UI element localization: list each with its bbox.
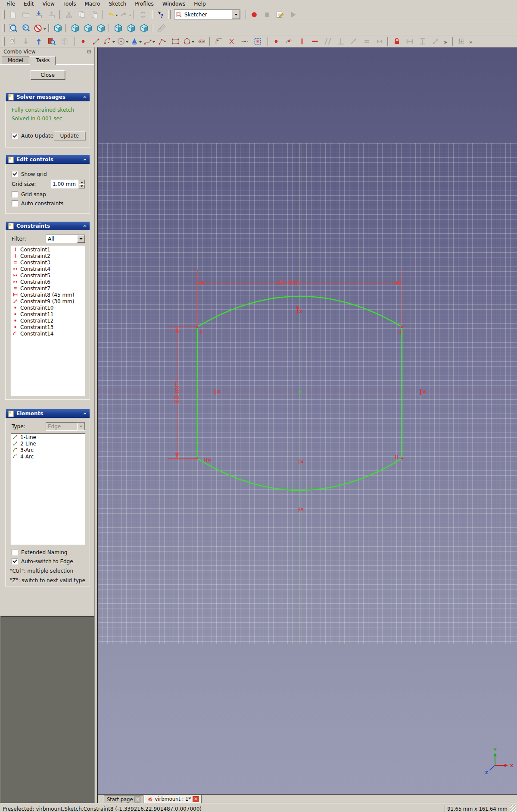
collapse-icon[interactable] bbox=[82, 157, 88, 163]
dropdown-arrow-icon[interactable] bbox=[232, 10, 240, 19]
origin-point[interactable] bbox=[299, 391, 301, 393]
document-tab-start-page[interactable]: Start page× bbox=[104, 795, 143, 803]
create-polygon-button[interactable] bbox=[182, 36, 195, 47]
constraint-item[interactable]: Constraint4 bbox=[11, 266, 85, 272]
map-sketch-button[interactable] bbox=[58, 36, 71, 47]
toolbar-handle[interactable] bbox=[451, 37, 453, 46]
toolbar-handle[interactable] bbox=[168, 10, 171, 19]
spin-down-button[interactable] bbox=[78, 184, 85, 188]
elements-header[interactable]: Elements bbox=[6, 409, 90, 418]
constraint-markers[interactable] bbox=[196, 306, 426, 512]
macro-edit-button[interactable] bbox=[274, 9, 287, 20]
constraint-item[interactable]: Constraint5 bbox=[11, 272, 85, 279]
new-file-button[interactable] bbox=[6, 9, 19, 20]
create-arc-button[interactable] bbox=[103, 36, 116, 47]
view-bottom-button[interactable] bbox=[125, 22, 137, 34]
redo-button[interactable] bbox=[119, 9, 132, 20]
float-panel-icon[interactable] bbox=[87, 49, 93, 54]
constrain-equal-button[interactable] bbox=[360, 36, 373, 47]
toolbar-handle[interactable] bbox=[244, 10, 246, 19]
zoom-fit-button[interactable] bbox=[6, 22, 19, 34]
update-button[interactable]: Update bbox=[54, 132, 85, 140]
constrain-parallel-button[interactable] bbox=[321, 36, 334, 47]
create-fillet-button[interactable] bbox=[212, 36, 225, 47]
constraint-item[interactable]: Constraint10 bbox=[11, 304, 85, 311]
constrain-coincident-button[interactable] bbox=[270, 36, 283, 47]
create-polyline-button[interactable] bbox=[156, 36, 169, 47]
toolbar-handle[interactable] bbox=[3, 10, 5, 19]
dim-label-30mm[interactable]: 30 mm bbox=[173, 381, 181, 404]
leave-sketch-button[interactable] bbox=[19, 36, 32, 47]
macro-stop-button[interactable] bbox=[261, 9, 274, 20]
constraints-header[interactable]: Constraints bbox=[6, 222, 90, 230]
menu-help[interactable]: Help bbox=[190, 0, 209, 7]
close-button[interactable]: Close bbox=[31, 70, 65, 80]
constraint-item[interactable]: Constraint8 (45 mm) bbox=[11, 292, 85, 298]
close-tab-icon[interactable]: × bbox=[193, 796, 199, 802]
toolbar-handle[interactable] bbox=[3, 24, 5, 32]
menu-file[interactable]: File bbox=[3, 0, 19, 7]
view-sketch-button[interactable] bbox=[32, 36, 45, 47]
constraint-item[interactable]: Constraint7 bbox=[11, 285, 85, 292]
element-item[interactable]: 3-Arc bbox=[11, 447, 85, 453]
draw-style-button[interactable] bbox=[32, 22, 47, 34]
extend-edge-button[interactable] bbox=[238, 36, 251, 47]
auto-constraints-checkbox[interactable] bbox=[12, 200, 18, 207]
constraint-item[interactable]: Constraint13 bbox=[11, 324, 85, 330]
auto-switch-checkbox[interactable] bbox=[12, 558, 18, 564]
grid-size-stepper[interactable]: 1.00 mm bbox=[51, 180, 85, 188]
menu-tools[interactable]: Tools bbox=[59, 0, 80, 7]
toolbar-overflow-icon[interactable]: » bbox=[442, 39, 449, 45]
dimension-30mm[interactable]: 30 mm bbox=[168, 327, 196, 458]
grid-snap-checkbox[interactable] bbox=[12, 191, 18, 198]
save-file-button[interactable] bbox=[32, 9, 45, 20]
whats-this-button[interactable] bbox=[154, 9, 167, 20]
trim-edge-button[interactable] bbox=[225, 36, 238, 47]
view-section-button[interactable] bbox=[45, 36, 58, 47]
cut-button[interactable] bbox=[62, 9, 75, 20]
zoom-selection-button[interactable] bbox=[19, 22, 32, 34]
constraint-item[interactable]: Constraint1 bbox=[11, 246, 85, 253]
dim-label-45mm[interactable]: 45 mm bbox=[277, 279, 300, 287]
toolbar-handle[interactable] bbox=[266, 37, 268, 46]
create-bspline-button[interactable] bbox=[143, 36, 156, 47]
menu-windows[interactable]: Windows bbox=[159, 0, 190, 7]
toolbar-handle[interactable] bbox=[3, 37, 5, 46]
refresh-button[interactable] bbox=[137, 9, 149, 20]
constrain-symmetric-button[interactable] bbox=[373, 36, 386, 47]
constraint-item[interactable]: Constraint6 bbox=[11, 279, 85, 285]
constrain-horizontal-button[interactable] bbox=[308, 36, 321, 47]
constraint-item[interactable]: Constraint2 bbox=[11, 253, 85, 259]
constrain-perpendicular-button[interactable] bbox=[334, 36, 347, 47]
view-front-button[interactable] bbox=[69, 22, 81, 34]
workbench-selector[interactable]: Sketcher bbox=[174, 9, 240, 19]
constraint-item[interactable]: Constraint14 bbox=[11, 330, 85, 337]
measure-distance-button[interactable] bbox=[155, 22, 168, 34]
collapse-icon[interactable] bbox=[82, 223, 88, 229]
undo-button[interactable] bbox=[106, 9, 119, 20]
view-isometric-button[interactable] bbox=[51, 22, 64, 34]
menu-macro[interactable]: Macro bbox=[81, 0, 104, 7]
create-circle-button[interactable] bbox=[116, 36, 129, 47]
show-grid-checkbox[interactable] bbox=[12, 171, 18, 177]
open-file-button[interactable] bbox=[19, 9, 32, 20]
element-item[interactable]: 2-Line bbox=[11, 440, 85, 447]
edit-controls-header[interactable]: Edit controls bbox=[6, 155, 90, 164]
create-point-button[interactable] bbox=[77, 36, 90, 47]
menu-view[interactable]: View bbox=[38, 0, 58, 7]
toolbar-handle[interactable] bbox=[73, 37, 75, 46]
constrain-lock-button[interactable] bbox=[390, 36, 403, 47]
collapse-icon[interactable] bbox=[82, 411, 88, 417]
tab-model[interactable]: Model bbox=[2, 56, 29, 64]
tab-tasks[interactable]: Tasks bbox=[30, 56, 56, 65]
toolbar-overflow-icon[interactable]: » bbox=[467, 39, 474, 45]
menu-edit[interactable]: Edit bbox=[20, 0, 37, 7]
view-rear-button[interactable] bbox=[112, 22, 125, 34]
3d-viewport[interactable]: 45 mm 30 mm bbox=[98, 47, 517, 794]
constrain-distance-button[interactable] bbox=[429, 36, 442, 47]
element-item[interactable]: 1-Line bbox=[11, 434, 85, 440]
menu-sketch[interactable]: Sketch bbox=[105, 0, 130, 7]
view-right-button[interactable] bbox=[94, 22, 107, 34]
create-line-button[interactable] bbox=[90, 36, 103, 47]
filter-select[interactable]: All bbox=[46, 235, 85, 243]
